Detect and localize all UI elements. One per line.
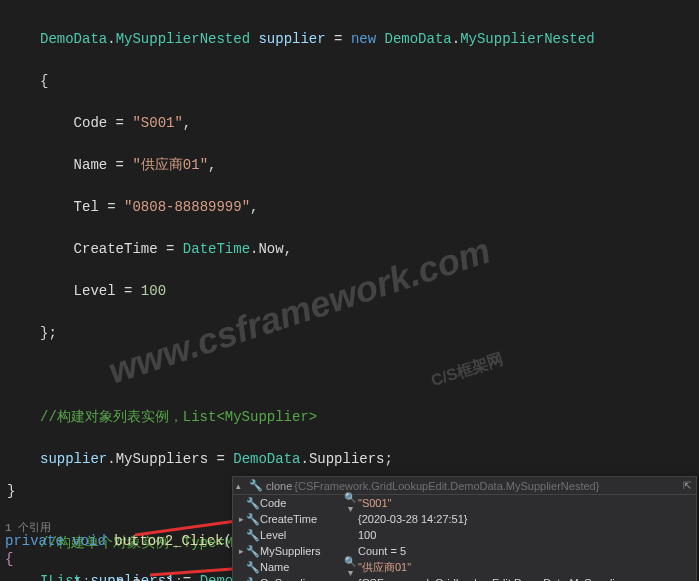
property-name: MySuppliers <box>260 545 342 557</box>
debug-datatip[interactable]: ▴ 🔧 clone {CSFramework.GridLookupEdit.De… <box>232 476 697 581</box>
property-value: Count = 5 <box>358 545 693 557</box>
method-declaration: private void button2_Click(o { <box>5 533 240 567</box>
datatip-property-row[interactable]: ▸🔧CreateTime{2020-03-28 14:27:51} <box>233 511 696 527</box>
closing-brace: } <box>7 483 15 499</box>
property-name: Name <box>260 561 342 573</box>
type: DemoData <box>40 31 107 47</box>
property-value: "S001" <box>358 497 693 509</box>
wrench-icon: 🔧 <box>246 497 260 510</box>
pin-icon[interactable]: ⇱ <box>683 480 691 491</box>
property-name: Level <box>260 529 342 541</box>
datatip-property-row[interactable]: 🔧Name🔍▾"供应商01" <box>233 559 696 575</box>
wrench-icon: 🔧 <box>246 577 260 582</box>
expand-icon[interactable]: ▸ <box>236 546 246 556</box>
property-value: "供应商01" <box>358 560 693 575</box>
property-value: 100 <box>358 529 693 541</box>
property-value: {CSFramework.GridLookupEdit.DemoData.MyS… <box>358 577 693 581</box>
property-name: Code <box>260 497 342 509</box>
datatip-property-row[interactable]: ▸🔧MySuppliersCount = 5 <box>233 543 696 559</box>
wrench-icon: 🔧 <box>246 545 260 558</box>
var: supplier <box>258 31 325 47</box>
datatip-property-row[interactable]: 🔧Code🔍▾"S001" <box>233 495 696 511</box>
datatip-type: {CSFramework.GridLookupEdit.DemoData.MyS… <box>294 480 599 492</box>
wrench-icon: 🔧 <box>246 561 260 574</box>
comment: //构建对象列表实例，List<MySupplier> <box>40 409 317 425</box>
datatip-variable: clone <box>266 480 292 492</box>
datatip-header[interactable]: ▴ 🔧 clone {CSFramework.GridLookupEdit.De… <box>233 477 696 495</box>
property-name: CreateTime <box>260 513 342 525</box>
wrench-icon: 🔧 <box>246 529 260 542</box>
datatip-property-row[interactable]: ▸🔧OnSupplier{CSFramework.GridLookupEdit.… <box>233 575 696 581</box>
property-value: {2020-03-28 14:27:51} <box>358 513 693 525</box>
type: MySupplierNested <box>116 31 250 47</box>
visualizer-icon[interactable]: 🔍▾ <box>342 492 358 514</box>
wrench-icon: 🔧 <box>246 513 260 526</box>
property-name: OnSupplier <box>260 577 342 581</box>
kw: new <box>351 31 376 47</box>
visualizer-icon[interactable]: 🔍▾ <box>342 556 358 578</box>
code-line: IList suppliers1 = DemoD <box>40 573 242 581</box>
expand-icon[interactable]: ▸ <box>236 514 246 524</box>
datatip-property-row[interactable]: 🔧Level100 <box>233 527 696 543</box>
collapse-icon[interactable]: ▴ <box>236 481 246 491</box>
wrench-icon: 🔧 <box>249 479 263 492</box>
